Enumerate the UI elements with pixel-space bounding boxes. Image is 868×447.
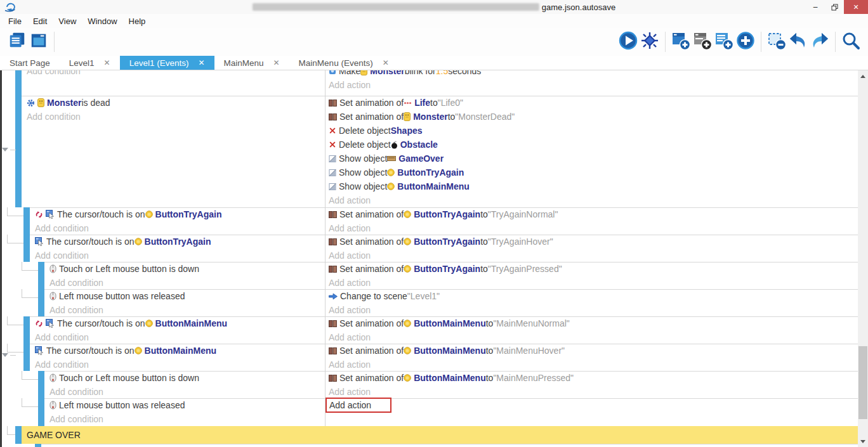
tab-close-icon[interactable]: ✕	[104, 58, 110, 67]
debugger-icon	[640, 30, 660, 53]
action-item[interactable]: Set animation of ButtonMainMenu to "Main…	[326, 371, 858, 385]
scrollbar-thumb[interactable]	[858, 346, 867, 419]
restore-icon	[831, 4, 838, 11]
action-item[interactable]: Show object ButtonTryAgain	[326, 165, 858, 179]
action-item[interactable]: Make Monster blink for 1.5 seconds	[326, 70, 858, 78]
action-item[interactable]: Set animation of ButtonMainMenu to "Main…	[326, 316, 858, 330]
action-item[interactable]: Show object GameOver	[326, 152, 858, 165]
add-action-placeholder[interactable]: Add action	[326, 303, 858, 317]
vertical-scrollbar[interactable]	[858, 70, 868, 447]
add-action-placeholder[interactable]: Add action	[326, 276, 858, 290]
add-condition-placeholder[interactable]: Add condition	[44, 385, 325, 399]
add-event-button[interactable]	[670, 31, 692, 53]
restore-button[interactable]	[825, 0, 844, 14]
condition-item[interactable]: The cursor/touch is on ButtonTryAgain	[30, 207, 325, 221]
action-item[interactable]: Set animation of ButtonTryAgain to "TryA…	[326, 262, 858, 276]
event-selection-bar[interactable]	[23, 316, 30, 344]
event-selection-bar[interactable]	[38, 398, 44, 426]
event-selection-bar[interactable]	[38, 289, 44, 316]
action-item[interactable]: Delete object Obstacle	[326, 138, 858, 152]
add-condition-placeholder[interactable]: Add condition	[30, 330, 325, 344]
event-selection-bar[interactable]	[35, 444, 41, 447]
action-item[interactable]: Set animation of ButtonTryAgain to "TryA…	[326, 235, 858, 249]
window-left-edge	[0, 70, 2, 447]
condition-item[interactable]: Left mouse button was released	[44, 289, 325, 303]
tab-start-page[interactable]: Start Page	[0, 56, 60, 70]
menu-item-file[interactable]: File	[3, 15, 27, 27]
tab-close-icon[interactable]: ✕	[198, 58, 204, 67]
cursor-icon	[35, 237, 44, 246]
event-selection-bar[interactable]	[15, 96, 22, 207]
add-action-placeholder[interactable]: Add action	[326, 330, 858, 344]
scrollbar-down-arrow-icon[interactable]	[860, 440, 865, 443]
add-action-placeholder[interactable]: Add action	[326, 221, 858, 235]
condition-item[interactable]: Touch or Left mouse button is down	[44, 262, 325, 276]
menu-item-edit[interactable]: Edit	[27, 15, 53, 27]
action-item[interactable]: Set animation of ButtonMainMenu to "Main…	[326, 344, 858, 358]
add-action-placeholder[interactable]: Add action	[326, 385, 858, 399]
tab-mainmenu[interactable]: MainMenu✕	[214, 56, 289, 70]
condition-item[interactable]: The cursor/touch is on ButtonMainMenu	[30, 344, 325, 358]
button-icon	[387, 169, 395, 176]
search-button[interactable]	[840, 31, 862, 53]
tab-level1-events-[interactable]: Level1 (Events)✕	[120, 56, 214, 70]
preview-play-button[interactable]	[617, 31, 639, 53]
comment-text[interactable]: GAME OVER	[22, 426, 863, 444]
redo-button[interactable]	[809, 31, 831, 53]
close-button[interactable]: ✕	[844, 0, 868, 14]
add-comment-button[interactable]	[713, 31, 735, 53]
add-condition-placeholder[interactable]: Add condition	[30, 249, 325, 262]
event-selection-bar[interactable]	[23, 235, 30, 262]
project-manager-button[interactable]	[6, 31, 28, 53]
scene-window-button[interactable]	[28, 31, 49, 53]
add-action-placeholder[interactable]: Add action	[326, 398, 858, 412]
action-item[interactable]: Delete object Shapes	[326, 124, 858, 138]
tab-mainmenu-events-[interactable]: MainMenu (Events)✕	[289, 56, 398, 70]
remove-event-button[interactable]	[766, 31, 787, 53]
event-selection-bar[interactable]	[38, 371, 44, 398]
action-item[interactable]: Show object ButtonMainMenu	[326, 179, 858, 193]
menu-item-window[interactable]: Window	[82, 15, 122, 27]
add-condition-placeholder[interactable]: Add condition	[30, 358, 325, 372]
event-selection-bar[interactable]	[15, 426, 22, 444]
add-condition-placeholder[interactable]: Add condition	[44, 276, 325, 290]
tab-level1[interactable]: Level1✕	[60, 56, 120, 70]
tab-close-icon[interactable]: ✕	[383, 58, 389, 67]
condition-item[interactable]: The cursor/touch is on ButtonTryAgain	[30, 235, 325, 249]
action-item[interactable]: Change to scene "Level1"	[326, 289, 858, 303]
add-condition-placeholder[interactable]: Add condition	[22, 70, 325, 78]
add-action-placeholder[interactable]: Add action	[326, 249, 858, 262]
add-condition-placeholder[interactable]: Add condition	[22, 110, 325, 124]
debugger-button[interactable]	[639, 31, 661, 53]
add-subevent-button[interactable]	[692, 31, 713, 53]
comment-game-over[interactable]: GAME OVER	[0, 426, 858, 444]
event-selection-bar[interactable]	[23, 344, 30, 371]
event-selection-bar[interactable]	[38, 262, 44, 289]
add-action-placeholder[interactable]: Add action	[326, 78, 858, 92]
add-condition-placeholder[interactable]: Add condition	[44, 303, 325, 317]
menu-item-help[interactable]: Help	[123, 15, 152, 27]
minimize-button[interactable]: –	[806, 0, 825, 14]
event-selection-bar[interactable]	[15, 70, 22, 96]
collapse-arrow-icon[interactable]	[2, 353, 8, 357]
condition-item[interactable]: Monster is dead	[22, 96, 325, 110]
menu-item-view[interactable]: View	[53, 15, 82, 27]
condition-item[interactable]: Touch or Left mouse button is down	[44, 371, 325, 385]
add-new-event-circle-button[interactable]	[735, 31, 756, 53]
add-condition-placeholder[interactable]: Add condition	[30, 221, 325, 235]
undo-button[interactable]	[787, 31, 809, 53]
collapse-arrow-icon[interactable]	[2, 148, 8, 152]
action-item[interactable]: Set animation of ButtonTryAgain to "TryA…	[326, 207, 858, 221]
scrollbar-up-arrow-icon[interactable]	[860, 75, 865, 78]
action-item[interactable]: Set animation of Monster to "MonsterDead…	[326, 110, 858, 124]
condition-item[interactable]: The cursor/touch is on ButtonMainMenu	[30, 316, 325, 330]
action-item[interactable]: Set animation of Life to "Life0"	[326, 96, 858, 110]
event-selection-bar[interactable]	[23, 207, 30, 235]
event-cursor-not-on-mainmenu: The cursor/touch is on ButtonMainMenuAdd…	[0, 316, 858, 344]
conditions-column: The cursor/touch is on ButtonTryAgainAdd…	[30, 207, 325, 235]
tab-close-icon[interactable]: ✕	[273, 58, 280, 67]
add-action-placeholder[interactable]: Add action	[326, 193, 858, 207]
add-action-placeholder[interactable]: Add action	[326, 358, 858, 372]
add-condition-placeholder[interactable]: Add condition	[44, 412, 325, 426]
condition-item[interactable]: Left mouse button was released	[44, 398, 325, 412]
